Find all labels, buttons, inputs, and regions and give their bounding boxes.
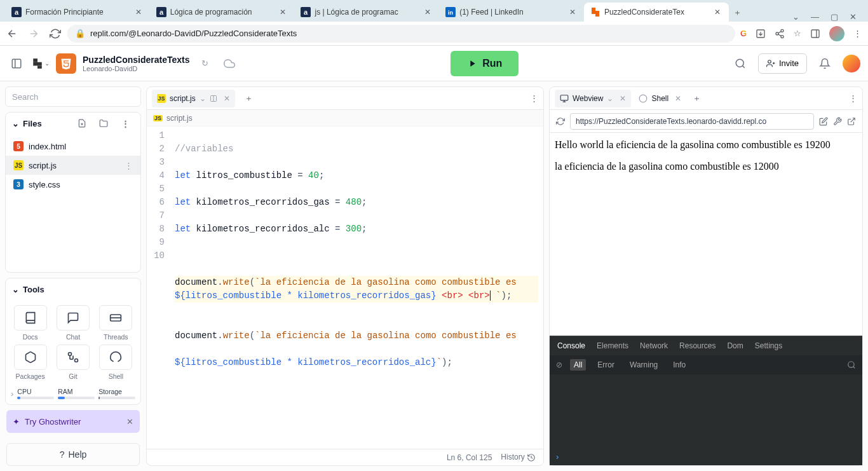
bookmark-icon[interactable]: ☆ (794, 29, 801, 38)
dt-tab-network[interactable]: Network (640, 341, 668, 350)
close-icon[interactable]: ✕ (675, 94, 681, 103)
close-window-icon[interactable]: ✕ (850, 12, 857, 22)
files-header[interactable]: ⌄ Files ⋮ (6, 113, 140, 134)
tool-docs[interactable] (14, 305, 47, 331)
replit-logo-icon[interactable]: ⌄ (32, 55, 50, 72)
dt-tab-elements[interactable]: Elements (597, 341, 628, 350)
kebab-icon[interactable]: ⋮ (530, 93, 538, 103)
console-prompt[interactable]: › (550, 447, 862, 465)
help-button[interactable]: ? Help (6, 443, 140, 466)
filter-warning[interactable]: Warning (626, 359, 661, 371)
share-icon[interactable] (775, 29, 785, 39)
install-icon[interactable] (756, 29, 766, 39)
close-icon[interactable]: ✕ (126, 417, 133, 427)
code-editor[interactable]: 1 2 3 4 5 6 7 8 9 10 //variables let lit… (147, 126, 543, 449)
editor-tab-script-js[interactable]: JS script.js ⌄ ✕ (152, 90, 235, 107)
chevron-down-icon[interactable]: ⌄ (792, 12, 799, 22)
svg-rect-20 (33, 62, 42, 65)
close-icon[interactable]: ✕ (567, 7, 578, 17)
lock-icon: 🔒 (75, 29, 85, 38)
bell-icon[interactable] (816, 55, 834, 72)
search-icon[interactable] (731, 55, 749, 72)
history-button[interactable]: History (501, 453, 536, 462)
search-icon[interactable] (847, 360, 856, 369)
chevron-down-icon[interactable]: ⌄ (200, 94, 206, 103)
kebab-icon[interactable]: ⋮ (849, 93, 857, 103)
close-icon[interactable]: ✕ (278, 7, 288, 17)
user-avatar[interactable] (843, 55, 860, 72)
no-entry-icon[interactable]: ⊘ (556, 360, 562, 369)
stat-storage[interactable]: Storage (98, 388, 135, 399)
back-button[interactable] (6, 28, 19, 39)
file-item-style-css[interactable]: 3 style.css (6, 175, 140, 194)
sync-icon[interactable]: ↻ (196, 55, 214, 72)
invite-button[interactable]: Invite (758, 53, 807, 74)
browser-tab-0[interactable]: a Formación Principiante ✕ (5, 3, 150, 22)
stat-cpu[interactable]: CPU (17, 388, 54, 399)
tools-header[interactable]: ⌄ Tools (6, 278, 140, 300)
kebab-icon[interactable]: ⋮ (853, 29, 862, 38)
close-icon[interactable]: ✕ (423, 7, 433, 17)
new-folder-icon[interactable] (95, 114, 112, 132)
tool-git[interactable] (57, 345, 90, 370)
browser-tab-1[interactable]: a Lógica de programación ✕ (150, 3, 295, 22)
monitor-icon (560, 94, 569, 103)
sidebar-toggle-icon[interactable] (8, 55, 25, 72)
cloud-sync-icon[interactable] (220, 55, 238, 72)
url-input[interactable]: 🔒 replit.com/@Leonardo-DavidD/PuzzledCon… (67, 25, 735, 43)
google-icon[interactable]: G (740, 29, 747, 38)
tool-shell[interactable] (99, 345, 132, 370)
close-icon[interactable]: ✕ (712, 7, 722, 17)
webview-url-input[interactable]: https://PuzzledConsiderateTexts.leonardo… (570, 113, 814, 130)
edit-icon[interactable] (819, 117, 828, 126)
tab-label: Webview (573, 94, 603, 103)
dt-tab-settings[interactable]: Settings (755, 341, 782, 350)
kebab-icon[interactable]: ⋮ (116, 114, 134, 132)
file-item-index-html[interactable]: 5 index.html (6, 137, 140, 156)
close-icon[interactable]: ✕ (620, 94, 626, 103)
maximize-icon[interactable]: ▢ (831, 12, 838, 22)
new-tab-button[interactable]: ＋ (729, 4, 747, 22)
reload-button[interactable] (50, 28, 62, 39)
new-file-icon[interactable] (73, 114, 91, 132)
browser-tab-2[interactable]: a js | Lógica de programac ✕ (294, 3, 439, 22)
dt-tab-dom[interactable]: Dom (727, 341, 743, 350)
external-link-icon[interactable] (847, 117, 856, 126)
dt-tab-resources[interactable]: Resources (679, 341, 715, 350)
filter-all[interactable]: All (570, 359, 586, 371)
forward-button[interactable] (28, 28, 41, 39)
tab-webview[interactable]: Webview ⌄ ✕ (555, 90, 631, 107)
file-item-script-js[interactable]: JS script.js ⋮ (6, 156, 140, 175)
tool-chat[interactable] (57, 305, 90, 331)
svg-rect-17 (12, 59, 21, 68)
close-icon[interactable]: ✕ (133, 7, 144, 17)
profile-avatar[interactable] (829, 26, 844, 41)
tool-packages[interactable] (14, 345, 47, 370)
tab-shell[interactable]: Shell ✕ (634, 90, 686, 107)
kebab-icon[interactable]: ⋮ (125, 161, 133, 170)
dt-tab-console[interactable]: Console (557, 341, 585, 350)
stat-ram[interactable]: RAM (58, 388, 95, 399)
add-tab-button[interactable]: ＋ (241, 93, 257, 104)
minimize-icon[interactable]: — (811, 12, 819, 22)
side-panel-icon[interactable] (810, 29, 820, 39)
wrench-icon[interactable] (833, 117, 842, 126)
project-title[interactable]: PuzzledConsiderateTexts Leonardo-DavidD (83, 55, 190, 72)
reload-icon[interactable] (556, 117, 565, 126)
filter-error[interactable]: Error (593, 359, 618, 371)
chevron-down-icon[interactable]: ⌄ (607, 94, 613, 103)
side-panel-icon[interactable] (210, 95, 217, 102)
filter-info[interactable]: Info (669, 359, 689, 371)
search-input[interactable]: Search (5, 86, 141, 107)
help-icon: ? (60, 449, 65, 460)
js-icon: JS (13, 160, 24, 170)
browser-tab-3[interactable]: in (1) Feed | LinkedIn ✕ (439, 3, 584, 22)
add-tab-button[interactable]: ＋ (689, 93, 705, 104)
run-button[interactable]: Run (451, 51, 519, 76)
file-name: script.js (29, 161, 57, 170)
ghostwriter-banner[interactable]: ✦ Try Ghostwriter ✕ (6, 410, 140, 433)
svg-point-14 (781, 35, 783, 38)
browser-tab-4[interactable]: PuzzledConsiderateTex ✕ (584, 3, 729, 22)
tool-threads[interactable] (99, 305, 132, 331)
close-icon[interactable]: ✕ (224, 94, 230, 103)
